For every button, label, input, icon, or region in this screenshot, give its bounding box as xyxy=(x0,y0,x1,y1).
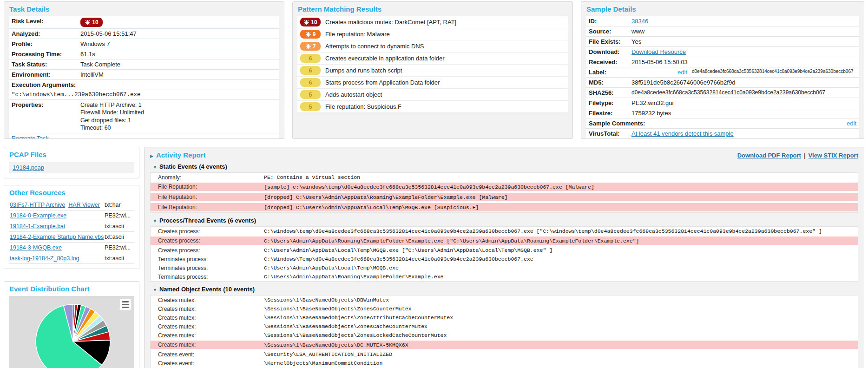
sample-detail-value: www xyxy=(631,28,644,35)
pattern-result-row: 6Starts process from Application Data fo… xyxy=(297,77,568,89)
recreate-task-row: Recreate Task xyxy=(9,133,279,139)
event-value: \Sessions\1\BaseNamedObjects\ZonesCounte… xyxy=(264,306,411,312)
event-row: Creates mutex:\Sessions\1\BaseNamedObjec… xyxy=(151,296,858,304)
pattern-result-text: Attempts to connect to dynamic DNS xyxy=(325,43,424,50)
event-row: File Reputation:[sample] c:\windows\temp… xyxy=(151,182,858,192)
resource-link[interactable]: 03IFs7-HTTP Archive xyxy=(10,202,65,208)
sample-detail-link[interactable]: Download Resource xyxy=(631,48,686,55)
event-row: Creates event:\Security\LSA_AUTHENTICATI… xyxy=(151,350,858,359)
activity-report-title: Activity Report xyxy=(156,151,206,159)
resource-name: 03IFs7-HTTP Archive xyxy=(10,202,68,208)
event-value: \Security\LSA_AUTHENTICATION_INITIALIZED xyxy=(264,351,392,357)
pattern-result-row: 5File reputation: Suspicious.F xyxy=(297,101,568,113)
event-value: \Sessions\1\BaseNamedObjects\DC_MUTEX-5K… xyxy=(264,342,408,348)
edit-label-link[interactable]: edit xyxy=(677,69,687,76)
task-detail-row: Analyzed:2015-05-06 15:51:47 xyxy=(9,29,279,39)
task-detail-row: Processing Time:61.1s xyxy=(9,49,279,59)
resource-filetype: PE32:wi... xyxy=(105,244,133,251)
event-label: Terminates process: xyxy=(158,256,264,263)
left-column: PCAP Files 19184.pcap Other Resources 03… xyxy=(4,147,139,368)
property-line: Timeout: 60 xyxy=(80,124,144,131)
other-resources-title: Other Resources xyxy=(9,189,134,197)
severity-badge: 6 xyxy=(300,66,321,75)
task-detail-row: Profile:Windows 7 xyxy=(9,39,279,49)
section-header[interactable]: ▼Static Events (4 events) xyxy=(153,163,858,170)
resource-row: 19184-2-Example Startup Name.vbstxt:asci… xyxy=(9,232,134,243)
sample-detail-link[interactable]: At least 41 vendors detect this sample xyxy=(631,130,734,137)
event-row: Terminates process:C:\Windows\Temp\d0e4a… xyxy=(151,255,858,263)
sample-detail-value: 2015-05-06 15:50:03 xyxy=(631,59,688,66)
event-value: [dropped] C:\Users\Admin\AppData\Roaming… xyxy=(264,194,508,200)
event-row: Terminates process:C:\Users\Admin\AppDat… xyxy=(151,272,858,281)
section-header[interactable]: ▼Process/Thread Events (6 events) xyxy=(153,217,858,224)
event-label: Creates process: xyxy=(158,237,264,244)
resource-filetype: txt:ascii xyxy=(105,255,133,262)
resource-link[interactable]: 19184-2-Example Startup Name.vbs xyxy=(10,234,104,240)
event-value: C:\windows\temp\d0e4a8cedee3fc668ca3c535… xyxy=(264,228,822,234)
sample-detail-value: 38f5191de5b8c266746006e9766b2f9d xyxy=(631,79,735,86)
other-resources-panel: Other Resources 03IFs7-HTTP ArchiveHAR V… xyxy=(4,185,139,269)
section-header[interactable]: ▼Named Object Events (10 events) xyxy=(153,286,858,293)
sample-details-title: Sample Details xyxy=(586,5,859,13)
task-detail-value: IntelliVM xyxy=(80,71,104,78)
event-label: Anomaly: xyxy=(158,174,264,181)
resource-row: 19184-1-Example.battxt:ascii xyxy=(9,221,134,232)
sample-detail-row: Sample Comments:edit xyxy=(586,118,859,129)
link-separator: | xyxy=(804,152,806,159)
section-name: Static Events (4 events) xyxy=(159,163,227,170)
download-pdf-report-link[interactable]: Download PDF Report xyxy=(737,152,801,159)
sample-detail-row: VirusTotal:At least 41 vendors detect th… xyxy=(586,129,859,139)
resource-link[interactable]: 19184-1-Example.bat xyxy=(10,223,66,230)
chart-context-menu-icon[interactable] xyxy=(119,299,132,310)
sample-detail-value: 1759232 bytes xyxy=(631,110,671,117)
task-detail-value: 61.1s xyxy=(80,51,95,58)
sample-detail-row: Filetype:PE32:win32:gui xyxy=(586,98,859,108)
severity-score: 6 xyxy=(309,67,312,74)
resource-link[interactable]: 19184-3-MGQB.exe xyxy=(10,244,62,251)
sample-detail-row: File Exists:Yes xyxy=(586,37,859,47)
event-label: Creates mutex: xyxy=(158,297,264,303)
recreate-task-link[interactable]: Recreate Task xyxy=(12,135,49,139)
event-label: Creates mutex: xyxy=(158,315,264,321)
pattern-result-text: Creates malicious mutex: DarkComet [APT,… xyxy=(325,19,456,26)
pcap-file-link[interactable]: 19184.pcap xyxy=(13,164,44,171)
pattern-result-row: 5Adds autostart object xyxy=(297,89,568,101)
severity-score: 7 xyxy=(313,43,316,50)
severity-score: 10 xyxy=(311,19,317,26)
resource-link[interactable]: task-log-19184-Z_80p3.log xyxy=(10,255,79,262)
har-viewer-link[interactable]: HAR Viewer xyxy=(68,202,100,208)
severity-badge: 6 xyxy=(300,54,321,63)
pattern-matching-rows: 10Creates malicious mutex: DarkComet [AP… xyxy=(297,16,568,113)
event-label: Creates mutex: xyxy=(158,323,264,330)
sample-detail-link[interactable]: 38346 xyxy=(631,18,648,25)
sample-detail-label: Filetype: xyxy=(589,99,631,106)
event-row: Creates process:C:\windows\temp\d0e4a8ce… xyxy=(151,227,858,236)
task-detail-value: Windows 7 xyxy=(80,40,110,47)
event-label: Creates event: xyxy=(158,360,264,367)
event-row: Anomaly:PE: Contains a virtual section xyxy=(151,173,858,182)
execution-arguments-label: Execution Arguments: xyxy=(12,81,76,88)
resource-name: task-log-19184-Z_80p3.log xyxy=(10,255,105,262)
event-label: Creates mutex: xyxy=(158,306,264,312)
bottom-row: PCAP Files 19184.pcap Other Resources 03… xyxy=(0,147,868,368)
pattern-result-text: Creates executable in application data f… xyxy=(325,55,445,62)
event-value: [dropped] C:\Users\Admin\AppData\Local\T… xyxy=(264,204,479,210)
events-table: Creates process:C:\windows\temp\d0e4a8ce… xyxy=(150,226,858,282)
sample-detail-value: Yes xyxy=(631,38,641,45)
pattern-result-text: Dumps and runs batch script xyxy=(325,67,402,74)
execution-arguments-value: "c:\windows\tem...239a630beccb067.exe xyxy=(12,92,141,98)
task-detail-value: 2015-05-06 15:51:47 xyxy=(80,30,137,37)
event-value: C:\Users\Admin\AppData\Roaming\ExampleFo… xyxy=(264,274,443,280)
resource-link[interactable]: 19184-0-Example.exe xyxy=(10,212,66,219)
event-row: File Reputation:[dropped] C:\Users\Admin… xyxy=(151,192,858,202)
view-stix-report-link[interactable]: View STIX Report xyxy=(809,152,858,159)
section-name: Named Object Events (10 events) xyxy=(159,286,255,293)
severity-badge: 9 xyxy=(300,30,321,39)
bug-icon xyxy=(305,44,311,49)
severity-badge: 6 xyxy=(300,78,321,87)
execution-arguments-value-row: "c:\windows\tem...239a630beccb067.exe xyxy=(9,90,279,100)
sample-detail-value: d0e4a8cedee3fc668ca3c535632814cec41c0a09… xyxy=(631,89,825,96)
event-row: Creates event:\KernelObjects\MaximumComm… xyxy=(151,359,858,368)
severity-score: 6 xyxy=(309,55,312,62)
edit-comments-link[interactable]: edit xyxy=(847,120,856,127)
